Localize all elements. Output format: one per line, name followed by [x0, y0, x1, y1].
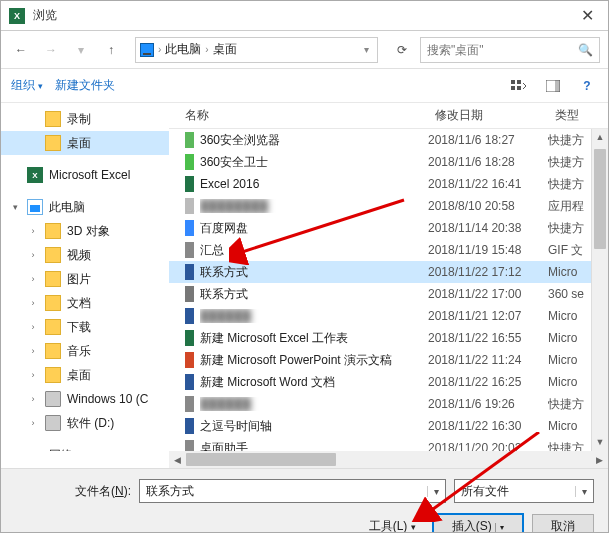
file-icon — [185, 154, 194, 170]
file-name: 之逗号时间轴 — [200, 418, 428, 435]
file-icon — [185, 374, 194, 390]
file-date: 2018/11/20 20:02 — [428, 441, 548, 451]
file-list-header: 名称 修改日期 类型 — [169, 103, 608, 129]
up-button[interactable]: ↑ — [99, 38, 123, 62]
file-row[interactable]: 汇总2018/11/19 15:48GIF 文 — [169, 239, 608, 261]
file-row[interactable]: 桌面助手2018/11/20 20:02快捷方 — [169, 437, 608, 451]
file-row[interactable]: 新建 Microsoft Excel 工作表2018/11/22 16:55Mi… — [169, 327, 608, 349]
crumb-this-pc[interactable]: 此电脑 — [165, 41, 201, 58]
sidebar-item-music[interactable]: ›音乐 — [1, 339, 169, 363]
cancel-button[interactable]: 取消 — [532, 514, 594, 533]
file-row[interactable]: ██████2018/11/6 19:26快捷方 — [169, 393, 608, 415]
close-icon[interactable]: ✕ — [575, 6, 600, 25]
column-name[interactable]: 名称 — [185, 107, 435, 124]
svg-rect-0 — [511, 80, 515, 84]
folder-icon — [45, 111, 61, 127]
chevron-down-icon[interactable]: ▾ — [575, 486, 593, 497]
search-input[interactable] — [427, 43, 578, 57]
file-row[interactable]: Excel 20162018/11/22 16:41快捷方 — [169, 173, 608, 195]
sidebar: 录制 桌面 XMicrosoft Excel ▾此电脑 ›3D 对象 ›视频 ›… — [1, 103, 169, 451]
file-name: ██████ — [200, 309, 428, 323]
scrollbar-vertical[interactable]: ▲ ▼ — [591, 129, 608, 451]
file-name: 联系方式 — [200, 286, 428, 303]
file-row[interactable]: 360安全卫士2018/11/6 18:28快捷方 — [169, 151, 608, 173]
column-type[interactable]: 类型 — [555, 107, 608, 124]
scroll-thumb[interactable] — [594, 149, 606, 249]
folder-icon — [45, 367, 61, 383]
file-name: 汇总 — [200, 242, 428, 259]
insert-button[interactable]: 插入(S) ▾ — [432, 513, 524, 533]
organize-button[interactable]: 组织 — [11, 77, 43, 94]
file-date: 2018/8/10 20:58 — [428, 199, 548, 213]
sidebar-item-network[interactable]: ›🖧网络 — [1, 443, 169, 451]
file-date: 2018/11/22 17:12 — [428, 265, 548, 279]
column-date[interactable]: 修改日期 — [435, 107, 555, 124]
scroll-thumb-h[interactable] — [186, 453, 336, 466]
file-date: 2018/11/21 12:07 — [428, 309, 548, 323]
file-row[interactable]: ████████2018/8/10 20:58应用程 — [169, 195, 608, 217]
file-row[interactable]: 之逗号时间轴2018/11/22 16:30Micro — [169, 415, 608, 437]
refresh-button[interactable]: ⟳ — [390, 38, 414, 62]
folder-icon — [45, 319, 61, 335]
file-icon — [185, 176, 194, 192]
sidebar-item-documents[interactable]: ›文档 — [1, 291, 169, 315]
file-name: 桌面助手 — [200, 440, 428, 452]
help-button[interactable]: ? — [576, 75, 598, 97]
file-row[interactable]: ██████2018/11/21 12:07Micro — [169, 305, 608, 327]
file-date: 2018/11/22 16:55 — [428, 331, 548, 345]
sidebar-item-pictures[interactable]: ›图片 — [1, 267, 169, 291]
filename-combo[interactable]: 联系方式 ▾ — [139, 479, 446, 503]
sidebar-item-excel[interactable]: XMicrosoft Excel — [1, 163, 169, 187]
filename-value[interactable]: 联系方式 — [140, 483, 427, 500]
preview-pane-button[interactable] — [542, 75, 564, 97]
filetype-filter[interactable]: 所有文件 ▾ — [454, 479, 594, 503]
view-options-button[interactable] — [508, 75, 530, 97]
crumb-desktop[interactable]: 桌面 — [213, 41, 237, 58]
address-dropdown-icon[interactable]: ▾ — [360, 44, 373, 55]
file-row[interactable]: 百度网盘2018/11/14 20:38快捷方 — [169, 217, 608, 239]
scroll-left-icon[interactable]: ◀ — [169, 455, 186, 465]
body: 录制 桌面 XMicrosoft Excel ▾此电脑 ›3D 对象 ›视频 ›… — [1, 103, 608, 451]
file-list-body[interactable]: 360安全浏览器2018/11/6 18:27快捷方360安全卫士2018/11… — [169, 129, 608, 451]
sidebar-item-drive-c[interactable]: ›Windows 10 (C — [1, 387, 169, 411]
toolbar: 组织 新建文件夹 ? — [1, 69, 608, 103]
file-row[interactable]: 新建 Microsoft Word 文档2018/11/22 16:25Micr… — [169, 371, 608, 393]
sidebar-item-this-pc[interactable]: ▾此电脑 — [1, 195, 169, 219]
bottom-panel: 文件名(N): 联系方式 ▾ 所有文件 ▾ 工具(L) ▾ 插入(S) ▾ 取消 — [1, 468, 608, 533]
file-name: 360安全浏览器 — [200, 132, 428, 149]
new-folder-button[interactable]: 新建文件夹 — [55, 77, 115, 94]
file-name: 新建 Microsoft Word 文档 — [200, 374, 428, 391]
folder-icon — [45, 343, 61, 359]
folder-icon — [45, 247, 61, 263]
sidebar-item-recordings[interactable]: 录制 — [1, 107, 169, 131]
sidebar-item-desktop[interactable]: 桌面 — [1, 131, 169, 155]
address-bar[interactable]: › 此电脑 › 桌面 ▾ — [135, 37, 378, 63]
file-row[interactable]: 360安全浏览器2018/11/6 18:27快捷方 — [169, 129, 608, 151]
file-icon — [185, 242, 194, 258]
file-name: 新建 Microsoft PowerPoint 演示文稿 — [200, 352, 428, 369]
file-row[interactable]: 新建 Microsoft PowerPoint 演示文稿2018/11/22 1… — [169, 349, 608, 371]
file-name: 新建 Microsoft Excel 工作表 — [200, 330, 428, 347]
sidebar-item-3d-objects[interactable]: ›3D 对象 — [1, 219, 169, 243]
file-row[interactable]: 联系方式2018/11/22 17:00360 se — [169, 283, 608, 305]
sidebar-item-downloads[interactable]: ›下载 — [1, 315, 169, 339]
tools-button[interactable]: 工具(L) ▾ — [361, 515, 424, 533]
file-icon — [185, 286, 194, 302]
folder-icon — [45, 135, 61, 151]
back-button[interactable]: ← — [9, 38, 33, 62]
svg-rect-3 — [517, 86, 521, 90]
sidebar-item-drive-d[interactable]: ›软件 (D:) — [1, 411, 169, 435]
forward-button[interactable]: → — [39, 38, 63, 62]
disk-icon — [45, 415, 61, 431]
sidebar-item-videos[interactable]: ›视频 — [1, 243, 169, 267]
search-box[interactable]: 🔍 — [420, 37, 600, 63]
file-row[interactable]: 联系方式2018/11/22 17:12Micro — [169, 261, 608, 283]
sidebar-item-desktop-2[interactable]: ›桌面 — [1, 363, 169, 387]
scroll-right-icon[interactable]: ▶ — [591, 455, 608, 465]
filename-label: 文件名(N): — [15, 483, 131, 500]
scrollbar-horizontal[interactable]: ◀ ▶ — [169, 451, 608, 468]
recent-locations-button[interactable]: ▾ — [69, 38, 93, 62]
scroll-up-icon[interactable]: ▲ — [592, 129, 608, 146]
scroll-down-icon[interactable]: ▼ — [592, 434, 608, 451]
chevron-down-icon[interactable]: ▾ — [427, 486, 445, 497]
